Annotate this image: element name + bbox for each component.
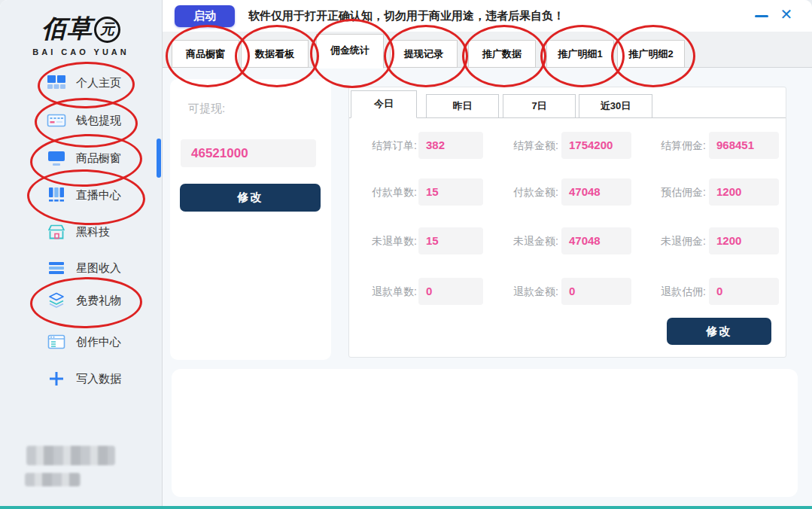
withdrawable-label: 可提现:: [188, 102, 225, 116]
grid-icon: [47, 74, 66, 92]
minimize-icon: [755, 15, 768, 17]
sidebar-item-label: 商品橱窗: [76, 151, 121, 166]
stat-value-refund-amount[interactable]: 0: [561, 278, 631, 305]
tab-promo-detail1[interactable]: 推广明细1: [546, 40, 614, 68]
sidebar-item-free-gifts[interactable]: 免费礼物: [47, 287, 121, 314]
close-button[interactable]: ✕: [777, 3, 796, 26]
bottom-panel: [172, 369, 798, 497]
stat-value-refund-est[interactable]: 0: [709, 278, 779, 305]
browser-icon: [47, 333, 66, 351]
logo-main-text: 佰草: [41, 14, 93, 42]
stat-label-refund-amount: 退款金额:: [497, 278, 558, 305]
sidebar-item-label: 创作中心: [76, 335, 121, 349]
sidebar-item-xingtu-income[interactable]: 星图收入: [47, 254, 121, 282]
stat-value-pay-count[interactable]: 15: [418, 178, 483, 206]
sidebar: 佰草元 BAI CAO YUAN 个人主页钱包提现商品橱窗直播中心黑科技星图收入…: [0, 0, 163, 506]
sidebar-item-creation-center[interactable]: 创作中心: [47, 328, 121, 355]
stat-label-noreturn-commission: 未退佣金:: [644, 227, 706, 254]
sidebar-item-personal-home[interactable]: 个人主页: [47, 69, 121, 96]
app-window: 佰草元 BAI CAO YUAN 个人主页钱包提现商品橱窗直播中心黑科技星图收入…: [0, 0, 812, 509]
tab-commission-stats[interactable]: 佣金统计: [316, 34, 384, 69]
stat-label-est-commission: 预估佣金:: [644, 178, 706, 206]
layers-icon: [47, 291, 66, 309]
sidebar-item-write-data[interactable]: 写入数据: [47, 365, 121, 392]
wallet-icon: [47, 111, 66, 130]
logo-text: 佰草元: [0, 12, 162, 46]
sidebar-item-label: 写入数据: [76, 372, 121, 386]
sidebar-item-label: 钱包提现: [76, 114, 121, 128]
stats-panel: 修改 今日昨日7日近30日结算订单:382结算金额:1754200结算佣金:96…: [348, 87, 786, 358]
sidebar-item-label: 直播中心: [76, 188, 121, 203]
withdraw-modify-button[interactable]: 修改: [180, 184, 321, 212]
date-tab-7days[interactable]: 7日: [503, 94, 576, 118]
logo-subtitle: BAI CAO YUAN: [0, 47, 162, 56]
stat-label-pay-count: 付款单数:: [357, 178, 417, 206]
redacted-text-block: [25, 473, 81, 486]
tab-promo-detail2[interactable]: 推广明细2: [617, 40, 685, 68]
tab-withdraw-records[interactable]: 提现记录: [390, 40, 458, 68]
stat-value-pay-amount[interactable]: 47048: [561, 178, 631, 206]
store-icon: [47, 223, 66, 241]
active-item-indicator: [157, 139, 161, 178]
bars-icon: [47, 259, 66, 277]
stat-value-settle-orders[interactable]: 382: [418, 132, 483, 159]
withdrawable-amount-field[interactable]: 46521000: [181, 139, 316, 167]
stat-label-noreturn-amount: 未退金额:: [497, 227, 558, 254]
warning-text: 软件仅用于打开正确认知，切勿用于商业用途，违者后果自负！: [248, 0, 564, 32]
start-button[interactable]: 启动: [175, 5, 235, 27]
live-columns-icon: [47, 186, 66, 204]
stat-label-refund-count: 退款单数:: [357, 278, 417, 305]
stat-value-noreturn-commission[interactable]: 1200: [709, 227, 779, 254]
tab-product-showcase[interactable]: 商品橱窗: [172, 40, 239, 68]
sidebar-item-label: 星图收入: [76, 261, 121, 276]
sidebar-item-label: 免费礼物: [76, 294, 121, 308]
stat-value-settle-commission[interactable]: 968451: [709, 132, 779, 159]
tab-data-board[interactable]: 数据看板: [241, 40, 309, 68]
date-tab-yesterday[interactable]: 昨日: [426, 94, 499, 118]
footer-accent-line: [0, 506, 812, 509]
title-bar: 启动 软件仅用于打开正确认知，切勿用于商业用途，违者后果自负！ ✕: [163, 0, 812, 32]
logo-circle-icon: 元: [94, 17, 120, 43]
stats-modify-button[interactable]: 修改: [667, 318, 771, 345]
stat-label-settle-commission: 结算佣金:: [644, 132, 706, 159]
stat-value-noreturn-amount[interactable]: 47048: [561, 227, 631, 254]
stat-label-settle-amount: 结算金额:: [497, 132, 558, 159]
sidebar-item-label: 个人主页: [76, 76, 121, 90]
stat-label-refund-est: 退款估佣:: [644, 278, 706, 305]
redacted-text-block: [26, 446, 115, 465]
sidebar-item-wallet-withdraw[interactable]: 钱包提现: [47, 107, 121, 134]
plus-icon: [47, 370, 66, 388]
sidebar-item-label: 黑科技: [76, 225, 110, 239]
showcase-icon: [47, 149, 66, 167]
sidebar-item-product-showcase[interactable]: 商品橱窗: [47, 145, 121, 172]
stat-value-noreturn-count[interactable]: 15: [418, 227, 483, 254]
stat-label-pay-amount: 付款金额:: [497, 178, 558, 206]
minimize-button[interactable]: [753, 6, 771, 24]
app-logo: 佰草元 BAI CAO YUAN: [0, 12, 162, 56]
stat-value-est-commission[interactable]: 1200: [709, 178, 779, 206]
tab-promo-data[interactable]: 推广数据: [468, 40, 536, 68]
stat-label-noreturn-count: 未退单数:: [357, 227, 417, 254]
date-tab-today[interactable]: 今日: [351, 90, 417, 118]
stat-value-settle-amount[interactable]: 1754200: [561, 132, 631, 159]
stat-label-settle-orders: 结算订单:: [357, 132, 417, 159]
withdraw-panel: 可提现: 46521000 修改: [170, 79, 331, 360]
date-tab-30days[interactable]: 近30日: [579, 94, 652, 118]
sidebar-item-live-center[interactable]: 直播中心: [47, 181, 121, 209]
stat-value-refund-count[interactable]: 0: [418, 278, 483, 305]
sidebar-item-black-tech[interactable]: 黑科技: [47, 218, 110, 245]
